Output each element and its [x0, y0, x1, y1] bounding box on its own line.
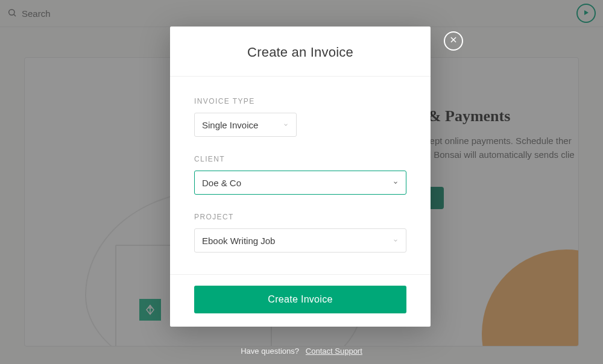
create-invoice-modal: Create an Invoice INVOICE TYPE Single In…: [170, 27, 431, 327]
modal-body: INVOICE TYPE Single Invoice CLIENT Doe &…: [170, 77, 431, 274]
project-group: PROJECT Ebook Writing Job: [194, 213, 406, 253]
project-select[interactable]: Ebook Writing Job: [194, 228, 406, 253]
modal-header: Create an Invoice: [170, 27, 431, 77]
project-value: Ebook Writing Job: [202, 236, 275, 246]
create-invoice-button[interactable]: Create Invoice: [194, 286, 406, 313]
client-value: Doe & Co: [202, 178, 241, 188]
contact-support-link[interactable]: Contact Support: [306, 347, 362, 356]
chevron-down-icon: [393, 180, 399, 186]
invoice-type-group: INVOICE TYPE Single Invoice: [194, 97, 406, 137]
project-label: PROJECT: [194, 213, 406, 221]
chevron-down-icon: [283, 122, 289, 128]
close-modal-button[interactable]: [444, 31, 463, 51]
modal-title: Create an Invoice: [185, 45, 416, 60]
invoice-type-value: Single Invoice: [202, 120, 258, 130]
client-group: CLIENT Doe & Co: [194, 155, 406, 195]
chevron-down-icon: [393, 237, 399, 243]
close-icon: [449, 36, 458, 46]
invoice-type-label: INVOICE TYPE: [194, 97, 406, 105]
help-prompt: Have questions?: [241, 347, 299, 356]
client-select[interactable]: Doe & Co: [194, 171, 406, 195]
help-footer: Have questions? Contact Support: [0, 347, 603, 356]
invoice-type-select[interactable]: Single Invoice: [194, 113, 297, 137]
modal-footer: Create Invoice: [170, 274, 431, 327]
client-label: CLIENT: [194, 155, 406, 163]
